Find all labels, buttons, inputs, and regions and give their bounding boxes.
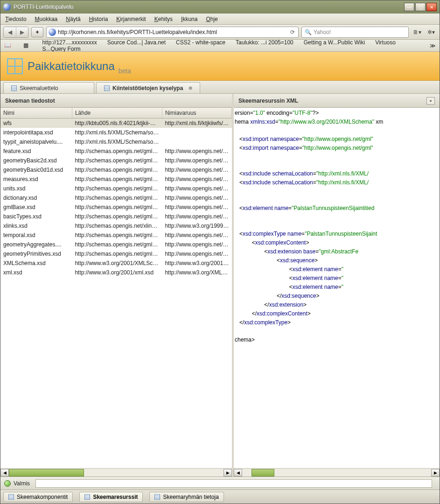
reload-icon[interactable]: ⟳: [289, 29, 296, 35]
table-row[interactable]: gmlBase.xsdhttp://schemas.opengis.net/gm…: [0, 203, 232, 212]
table-row[interactable]: geometryBasic2d.xsdhttp://schemas.opengi…: [0, 156, 232, 165]
left-pane-header: Skeeman tiedostot: [0, 94, 232, 108]
page-menu-button[interactable]: 🗎▾: [412, 27, 423, 37]
table-cell: xml.xsd: [0, 268, 72, 277]
table-cell: http://schemas.opengis.net/xlink/1....: [72, 221, 162, 231]
table-cell: interpolointitapa.xsd: [0, 128, 72, 137]
table-cell: http://www.opengis.net/gml: [162, 184, 231, 193]
maximize-button[interactable]: ▢: [415, 3, 426, 11]
forward-button[interactable]: ▶: [16, 27, 28, 37]
scroll-left-arrow[interactable]: ◀: [0, 469, 9, 476]
table-row[interactable]: dictionary.xsdhttp://schemas.opengis.net…: [0, 193, 232, 203]
url-bar[interactable]: http://jkorhonen.nls.fi/kehitys/PORTTI-L…: [46, 27, 299, 38]
table-cell: xlinks.xsd: [0, 221, 72, 231]
table-cell: XMLSchema.xsd: [0, 259, 72, 268]
table-row[interactable]: measures.xsdhttp://schemas.opengis.net/g…: [0, 175, 232, 184]
menu-kehitys[interactable]: Kehitys: [154, 16, 173, 22]
url-text: http://jkorhonen.nls.fi/kehitys/PORTTI-L…: [58, 29, 289, 35]
tab-close-icon[interactable]: ⊗: [189, 85, 192, 91]
app-tab[interactable]: Skeemaluettelo: [3, 82, 94, 93]
menu-ohje[interactable]: Ohje: [206, 16, 217, 22]
status-bar: Valmis: [0, 476, 440, 490]
reader-icon[interactable]: 📖: [4, 42, 13, 49]
bottom-tab[interactable]: Skeemaryhmän tietoja: [149, 492, 223, 502]
right-hscroll[interactable]: ◀ ▶: [234, 468, 440, 476]
table-cell: http://www.opengis.net/gml: [162, 147, 231, 156]
table-cell: http://schemas.opengis.net/gml/3.1....: [72, 212, 162, 221]
window-title: PORTTI-Luettelopalvelu: [14, 4, 404, 10]
scroll-right-arrow[interactable]: ▶: [223, 469, 232, 476]
table-cell: http://www.opengis.net/gml: [162, 231, 231, 240]
bookmark-item[interactable]: Getting a W...Public Wiki: [304, 39, 365, 46]
column-header[interactable]: Nimiavaruus: [162, 108, 231, 119]
settings-button[interactable]: ✲▾: [426, 27, 437, 37]
table-cell: http://www.opengis.net/gml: [162, 203, 231, 212]
table-row[interactable]: geometryBasic0d1d.xsdhttp://schemas.open…: [0, 165, 232, 175]
table-cell: geometryAggregates....: [0, 240, 72, 249]
scroll-right-arrow[interactable]: ▶: [431, 469, 440, 476]
bottom-tab[interactable]: Skeemaresurssit: [79, 492, 143, 502]
table-row[interactable]: feature.xsdhttp://schemas.opengis.net/gm…: [0, 147, 232, 156]
left-hscroll[interactable]: ◀ ▶: [0, 468, 232, 476]
collapse-button[interactable]: »: [426, 97, 435, 105]
scroll-left-arrow[interactable]: ◀: [234, 469, 242, 476]
menu-muokkaa[interactable]: Muokkaa: [35, 16, 58, 22]
table-row[interactable]: geometryAggregates....http://schemas.ope…: [0, 240, 232, 249]
app-tabstrip: SkeemaluetteloKiinteistötietojen kyselyp…: [0, 81, 440, 94]
column-header[interactable]: Lähde: [72, 108, 162, 119]
bottom-tabstrip: SkeemakomponentitSkeemaresurssitSkeemary…: [0, 490, 440, 504]
back-button[interactable]: ◀: [4, 27, 16, 37]
app-title: Paikkatietoikkuna: [28, 60, 115, 73]
menu-kirjanmerkit[interactable]: Kirjanmerkit: [116, 16, 146, 22]
table-cell: http://xml.nls.fi/XML/Schema/sovell...: [72, 128, 162, 137]
table-row[interactable]: xml.xsdhttp://www.w3.org/2001/xml.xsdhtt…: [0, 268, 232, 277]
menu-tiedosto[interactable]: Tiedosto: [5, 16, 27, 22]
table-cell: http://schemas.opengis.net/gml/3.1....: [72, 240, 162, 249]
table-cell: http://www.opengis.net/gml: [162, 212, 231, 221]
table-cell: http://www.w3.org/1999/xlink: [162, 221, 231, 231]
menu-ikkuna[interactable]: Ikkuna: [181, 16, 197, 22]
grid-icon[interactable]: ▦: [23, 42, 32, 49]
table-cell: wfs: [0, 119, 72, 128]
bookmark-item[interactable]: Taulukko: ...i 2005=100: [236, 39, 293, 46]
table-cell: http://schemas.opengis.net/gml/3.1....: [72, 203, 162, 212]
table-cell: http://schemas.opengis.net/gml/3.1....: [72, 156, 162, 165]
right-pane-header: Skeemaresurssin XML »: [234, 94, 440, 108]
browser-window: PORTTI-Luettelopalvelu — ▢ ✕ TiedostoMuo…: [0, 0, 440, 504]
table-cell: basicTypes.xsd: [0, 212, 72, 221]
right-pane-title: Skeemaresurssin XML: [238, 98, 298, 104]
table-row[interactable]: geometryPrimitives.xsdhttp://schemas.ope…: [0, 249, 232, 259]
table-row[interactable]: units.xsdhttp://schemas.opengis.net/gml/…: [0, 184, 232, 193]
bookmark-item[interactable]: Source Cod...| Java.net: [107, 39, 166, 46]
bottom-tab[interactable]: Skeemakomponentit: [3, 492, 73, 502]
bookmarks-overflow[interactable]: ≫: [430, 42, 436, 49]
table-row[interactable]: temporal.xsdhttp://schemas.opengis.net/g…: [0, 231, 232, 240]
new-tab-button[interactable]: +: [31, 27, 43, 37]
table-row[interactable]: basicTypes.xsdhttp://schemas.opengis.net…: [0, 212, 232, 221]
table-cell: http://www.opengis.net/gml: [162, 165, 231, 175]
menu-historia[interactable]: Historia: [89, 16, 108, 22]
navigation-toolbar: ◀ ▶ + http://jkorhonen.nls.fi/kehitys/PO…: [0, 25, 440, 40]
tab-label: Skeemaluettelo: [20, 85, 58, 91]
table-row[interactable]: tyypit_aineistopalvelu....http://xml.nls…: [0, 137, 232, 147]
column-header[interactable]: Nimi: [0, 108, 72, 119]
bookmark-item[interactable]: http://127....xxxxxxxxx: [42, 39, 97, 46]
xml-viewer[interactable]: ersion="1.0" encoding="UTF-8"?> hema xml…: [234, 108, 440, 468]
table-row[interactable]: XMLSchema.xsdhttp://www.w3.org/2001/XMLS…: [0, 259, 232, 268]
table-row[interactable]: interpolointitapa.xsdhttp://xml.nls.fi/X…: [0, 128, 232, 137]
tab-label: Kiinteistötietojen kyselypa: [112, 85, 183, 91]
table-cell: gmlBase.xsd: [0, 203, 72, 212]
close-button[interactable]: ✕: [426, 3, 437, 11]
menu-näytä[interactable]: Näytä: [66, 16, 80, 22]
app-tab[interactable]: Kiinteistötietojen kyselypa⊗: [96, 82, 200, 93]
table-cell: http://www.w3.org/2001/XMLSch...: [72, 259, 162, 268]
table-cell: http://schemas.opengis.net/gml/3.1....: [72, 175, 162, 184]
bookmark-item[interactable]: CSS2 - white-space: [176, 39, 225, 46]
tab-label: Skeemakomponentit: [17, 494, 68, 500]
table-row[interactable]: xlinks.xsdhttp://schemas.opengis.net/xli…: [0, 221, 232, 231]
minimize-button[interactable]: —: [404, 3, 414, 11]
table-cell: [162, 137, 231, 147]
table-row[interactable]: wfshttp://kbtu005.nls.fi:4021/ktjkii-wfs…: [0, 119, 232, 128]
table-cell: http://www.opengis.net/gml: [162, 156, 231, 165]
search-bar[interactable]: 🔍 Yahoo!: [301, 27, 409, 38]
